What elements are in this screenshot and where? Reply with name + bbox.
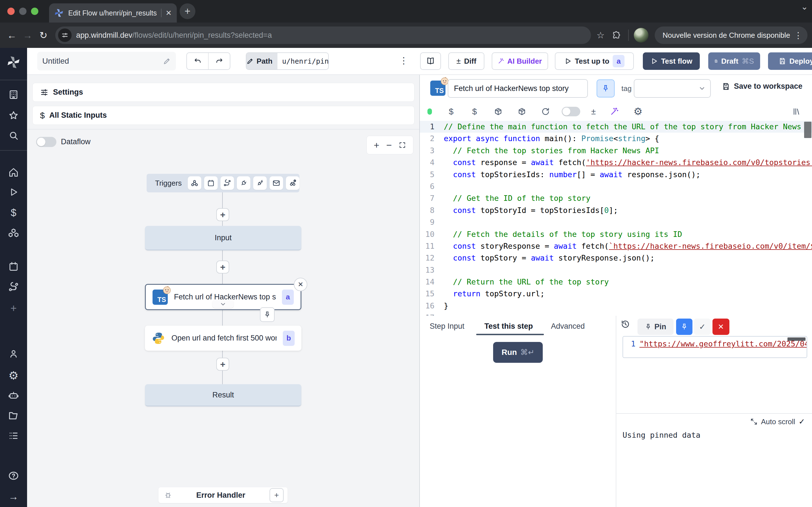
favorites-star-icon[interactable] bbox=[0, 110, 27, 121]
add-step-button[interactable]: + bbox=[216, 358, 229, 371]
fit-view-icon[interactable] bbox=[399, 142, 406, 149]
triggers-node[interactable]: Triggers bbox=[147, 174, 299, 192]
audit-logs-list-icon[interactable] bbox=[0, 431, 27, 441]
code-line[interactable]: 4 const response = await fetch('https://… bbox=[420, 157, 812, 168]
help-question-icon[interactable] bbox=[0, 470, 27, 481]
editor-settings-gear-icon[interactable]: ⚙ bbox=[626, 106, 650, 117]
zoom-in-icon[interactable]: + bbox=[374, 140, 379, 151]
code-line[interactable]: 6 bbox=[420, 180, 812, 192]
refresh-icon[interactable] bbox=[534, 107, 557, 116]
windmill-logo[interactable] bbox=[0, 56, 27, 69]
webhook-icon[interactable] bbox=[188, 176, 201, 190]
flow-name-input[interactable]: Untitled bbox=[37, 52, 176, 70]
library-icon[interactable] bbox=[781, 107, 812, 116]
diff-button[interactable]: ± Diff bbox=[448, 52, 485, 70]
email-icon[interactable] bbox=[269, 176, 283, 190]
code-line[interactable]: 7 // Get the ID of the top story bbox=[420, 192, 812, 204]
redo-button[interactable] bbox=[209, 53, 230, 69]
code-editor[interactable]: 1// Define the main function to fetch th… bbox=[420, 121, 812, 316]
add-plus-icon[interactable]: + bbox=[0, 302, 27, 314]
test-flow-button[interactable]: Test flow bbox=[643, 52, 700, 70]
users-person-icon[interactable] bbox=[0, 349, 27, 359]
code-line[interactable]: 15 return topStory.url; bbox=[420, 288, 812, 300]
code-line[interactable]: 9 bbox=[420, 216, 812, 228]
minimize-window-button[interactable] bbox=[19, 8, 27, 15]
remove-step-button[interactable]: ✕ bbox=[294, 278, 307, 291]
resources-cubes-icon[interactable] bbox=[0, 228, 27, 239]
tab-step-input[interactable]: Step Input bbox=[430, 322, 464, 331]
add-step-button[interactable]: + bbox=[216, 208, 229, 221]
settings-gear-icon[interactable]: ⚙ bbox=[0, 369, 27, 382]
code-line[interactable]: 16} bbox=[420, 300, 812, 312]
folders-folder-icon[interactable] bbox=[0, 410, 27, 421]
pinned-scrollbar-thumb[interactable] bbox=[788, 337, 806, 341]
schedule-calendar-icon[interactable] bbox=[204, 176, 218, 190]
code-line[interactable]: 11 const storyResponse = await fetch(`ht… bbox=[420, 240, 812, 252]
ai-builder-button[interactable]: AI Builder bbox=[492, 52, 548, 70]
draft-button[interactable]: Draft ⌘S bbox=[708, 52, 760, 70]
code-line[interactable]: 12 const topStory = await storyResponse.… bbox=[420, 252, 812, 264]
code-line[interactable]: 14 // Return the URL of the top story bbox=[420, 276, 812, 288]
workspace-building-icon[interactable] bbox=[0, 90, 27, 100]
history-icon[interactable] bbox=[621, 320, 630, 329]
pin-active-button[interactable] bbox=[676, 319, 693, 335]
add-step-button[interactable]: + bbox=[216, 261, 229, 274]
extensions-icon[interactable] bbox=[608, 27, 624, 43]
pin-toggle-button[interactable]: Pin bbox=[638, 319, 673, 335]
code-line[interactable]: 3 // Fetch the top stories from Hacker N… bbox=[420, 145, 812, 157]
test-up-to-button[interactable]: Test up to a bbox=[555, 52, 634, 70]
forward-icon[interactable]: → bbox=[20, 27, 36, 43]
http-route-icon[interactable] bbox=[220, 176, 234, 190]
new-tab-button[interactable]: + bbox=[180, 3, 195, 19]
code-line[interactable]: 8 const topStoryId = topStoriesIds[0]; bbox=[420, 205, 812, 216]
code-line[interactable]: 5 const topStoriesIds: number[] = await … bbox=[420, 169, 812, 180]
flow-settings-button[interactable]: Settings bbox=[33, 83, 414, 102]
bookmark-star-icon[interactable]: ☆ bbox=[593, 27, 608, 43]
back-icon[interactable]: ← bbox=[4, 27, 20, 43]
workers-robot-icon[interactable] bbox=[0, 390, 27, 401]
tab-test-this-step[interactable]: Test this step bbox=[485, 322, 533, 331]
variables-dollar-icon[interactable]: $ bbox=[0, 207, 27, 219]
editor-toggle[interactable] bbox=[562, 107, 580, 116]
path-button[interactable]: Path u/henri/pin bbox=[246, 52, 329, 70]
tag-dropdown[interactable] bbox=[634, 79, 711, 98]
profile-avatar[interactable] bbox=[634, 28, 649, 43]
site-info-icon[interactable] bbox=[58, 29, 71, 42]
more-options-kebab-icon[interactable]: ⋮ bbox=[399, 55, 408, 66]
home-icon[interactable] bbox=[0, 167, 27, 177]
deploy-button[interactable]: Deploy bbox=[768, 52, 812, 70]
tab-search-chevron-icon[interactable]: ⌄ bbox=[801, 2, 808, 11]
close-window-button[interactable] bbox=[7, 8, 15, 15]
add-variable-icon[interactable]: $ bbox=[440, 107, 463, 116]
expand-arrows-icon[interactable] bbox=[750, 418, 758, 425]
code-line[interactable]: 13 bbox=[420, 264, 812, 276]
collapse-arrow-icon[interactable]: → bbox=[0, 491, 27, 503]
run-button[interactable]: Run ⌘↵ bbox=[493, 342, 543, 363]
zoom-window-button[interactable] bbox=[31, 8, 38, 15]
add-resource-icon[interactable]: $ bbox=[463, 107, 486, 116]
kafka-plug-zap-icon[interactable] bbox=[253, 176, 267, 190]
browser-menu-kebab-icon[interactable]: ⋮ bbox=[794, 31, 802, 40]
edit-pencil-icon[interactable] bbox=[163, 57, 171, 65]
add-error-handler-button[interactable]: + bbox=[269, 488, 284, 502]
step-title-input[interactable]: Fetch url of HackerNews top story bbox=[448, 79, 588, 98]
error-handler-node[interactable]: Error Handler + bbox=[158, 487, 288, 503]
undo-button[interactable] bbox=[187, 53, 209, 69]
input-node[interactable]: Input bbox=[145, 226, 301, 250]
zoom-out-icon[interactable]: − bbox=[386, 140, 392, 151]
tab-advanced[interactable]: Advanced bbox=[551, 322, 585, 331]
search-icon[interactable] bbox=[0, 130, 27, 140]
chrome-update-button[interactable]: Nouvelle version de Chrome disponible ⋮ bbox=[655, 26, 808, 44]
save-to-workspace-button[interactable]: Save to workspace bbox=[722, 82, 802, 91]
editor-scrollbar-thumb[interactable] bbox=[804, 122, 811, 138]
code-line[interactable]: 10 // Fetch the details of the top story… bbox=[420, 228, 812, 240]
accept-check-button[interactable]: ✓ bbox=[694, 319, 711, 335]
dataflow-toggle[interactable] bbox=[36, 137, 56, 147]
expand-step-chevron[interactable] bbox=[212, 300, 234, 308]
ai-wand-icon[interactable] bbox=[603, 107, 626, 116]
close-tab-icon[interactable]: ✕ bbox=[165, 9, 172, 17]
websocket-plug-icon[interactable] bbox=[237, 176, 250, 190]
auto-scroll-control[interactable]: Auto scroll ✓ bbox=[750, 417, 805, 426]
auto-scroll-check-icon[interactable]: ✓ bbox=[799, 417, 805, 426]
step-pin-badge[interactable] bbox=[260, 307, 274, 322]
